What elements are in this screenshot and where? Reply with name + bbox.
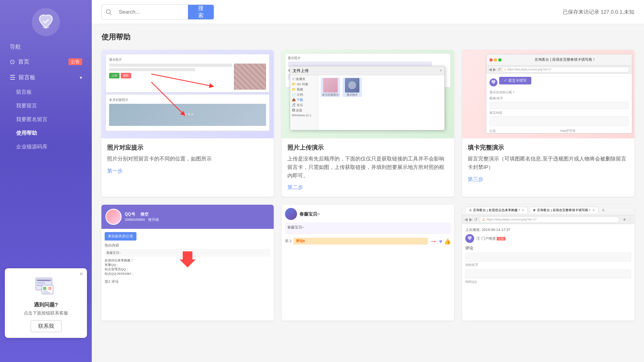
chevron-down-icon: ▾ <box>80 75 82 80</box>
browser-tab-2-label: 京淘客台 | 应填在完整奉填卡填写画！ <box>537 208 591 212</box>
file-item: 本月封面照片 <box>321 78 340 97</box>
header-status: 已保存来访记录 127.0.0.1,未知 <box>563 8 634 16</box>
review-qq-field <box>465 269 631 278</box>
review-name-field <box>465 253 631 261</box>
card3-image: 京淘客台 | 应填在完整奉填卡填写画！ ◀ ▶ ↺ ⚠ https://bbq.… <box>462 50 634 138</box>
browser-tab-1: ⚠ 京淘客台 | 欢迎您点击来享购服！ × <box>465 207 528 213</box>
sidebar-item-home[interactable]: ⊙ 首页 公告 <box>0 54 92 70</box>
notification-close-button[interactable]: × <box>80 271 83 277</box>
notification-icon <box>34 274 58 298</box>
svg-rect-7 <box>43 292 50 293</box>
help-card-photo-tips: 显示照片 上传 删除 <box>101 50 274 197</box>
card3-step: 第三步 <box>468 176 629 183</box>
sidebar-subitem-guestboard[interactable]: 留言板 <box>0 85 92 99</box>
bottom-card1-body <box>101 293 274 321</box>
card2-title: 照片上传演示 <box>287 144 448 152</box>
profile-mock: QQ号 推空 2086545860 推升级 来自贴长的公告 告白内容 春藤宝贝~ <box>101 205 274 293</box>
notification-desc: 点击下面按钮联系客服 <box>10 310 81 316</box>
sidebar-notification: × 遇到问题? 点击下面按钮联系客服 联系我 <box>5 268 87 338</box>
sidebar-subitem-enterprise[interactable]: 企业猫源码库 <box>0 140 92 154</box>
svg-rect-6 <box>43 291 48 292</box>
browser-url-bar: ⚠ https://bbq.fatda.cn/cont.php?id=17 <box>479 216 619 223</box>
browser-nav-bar: ◀ ▶ ↺ ⚠ https://bbq.fatda.cn/cont.php?id… <box>462 215 634 224</box>
header: 搜索 已保存来访记录 127.0.0.1,未知 <box>92 0 644 24</box>
bottom-card2-body <box>282 293 454 321</box>
card3-body-text: 填卡完整演示 留言完整演示（可填图匿名信息,至于违规图片或人物将会被删除留言卡封… <box>462 138 634 189</box>
browser-tab-2: ⊕ 京淘客台 | 应填在完整奉填卡填写画！ × <box>529 207 598 213</box>
bottom-card3-body <box>462 293 634 321</box>
profile-info: QQ号 推空 2086545860 推升级 <box>125 212 159 222</box>
profile-avatar <box>105 209 122 225</box>
sidebar-subitem-help[interactable]: 使用帮助 <box>0 126 92 140</box>
browser-tab-1-label: 京淘客台 | 欢迎您点击来享购服！ <box>473 208 521 212</box>
help-card-photo-upload: 显示照片 本月封面照片 文件上传 × <box>282 50 454 197</box>
list-icon: ☰ <box>10 74 15 81</box>
sidebar-item-guestbook-label: 留言板 <box>19 74 35 81</box>
file-browser-title: 文件上传 × <box>290 66 444 75</box>
browser-mock-3: ⚠ 京淘客台 | 欢迎您点击来享购服！ × ⊕ 京淘客台 | 应填在完整奉填卡填… <box>462 205 634 293</box>
sidebar-subitem-my-guestbook[interactable]: 我要留言 <box>0 99 92 113</box>
svg-rect-8 <box>48 287 52 290</box>
svg-line-10 <box>110 13 111 14</box>
file-browser-mock: 文件上传 × ☆ 收藏夹 📁 3D 对象 📁 视频 📄 文档 📥 下载 <box>290 66 445 130</box>
bottom-card2-image: 春藤宝贝~ 春藤宝贝~ 第 2 评论0 → ♥ 👍 <box>282 205 454 293</box>
card3-header: 京淘客台 | 应填在完整奉填卡填写画！ <box>486 54 632 66</box>
sidebar-logo <box>32 8 60 36</box>
browser-tabs-bar: ⚠ 京淘客台 | 欢迎您点击来享购服！ × ⊕ 京淘客台 | 应填在完整奉填卡填… <box>462 205 634 215</box>
sidebar-item-guestbook[interactable]: ☰ 留言板 ▾ <box>0 70 92 85</box>
heart-icon: ♥ <box>439 238 442 245</box>
card1-desc: 照片分别对照留言卡的不同的位置，如图所示 <box>107 155 268 163</box>
svg-rect-5 <box>43 287 46 290</box>
card1-image: 显示照片 上传 删除 <box>101 50 274 138</box>
add-tab-icon[interactable]: + <box>600 207 607 213</box>
comment-title: 春藤宝贝~ <box>299 211 320 217</box>
card2-body: 照片上传演示 上传是没有先后顺序的，下面的仅仅只是获取链接的工具并不会影响留言卡… <box>282 138 454 197</box>
sidebar-item-home-label: 首页 <box>18 58 29 66</box>
file-item: 显示照片 <box>343 78 362 97</box>
main-content: 搜索 已保存来访记录 127.0.0.1,未知 使用帮助 显示照片 <box>92 0 644 362</box>
sidebar: 导航 ⊙ 首页 公告 ☰ 留言板 ▾ 留言板 我要留言 我要匿名留言 使用帮助 … <box>0 0 92 362</box>
search-button[interactable]: 搜索 <box>188 5 214 19</box>
comment-mock: 春藤宝贝~ 春藤宝贝~ 第 2 评论0 → ♥ 👍 <box>282 205 454 293</box>
profile-top: QQ号 推空 2086545860 推升级 <box>101 205 274 229</box>
search-input[interactable] <box>116 5 188 19</box>
browser-content: 上次修改: 2019-06-14 17:37 ① 门户维度 公告 <box>462 224 634 290</box>
arrow-right-icon: → <box>429 237 438 246</box>
card3-body: ✓ 提交卡填写 显示出你的心呢？ 昵称/名字 留言内容 公告 <box>486 74 632 134</box>
home-badge: 公告 <box>68 58 82 65</box>
comment-row: 第 2 评论0 → ♥ 👍 <box>285 237 451 246</box>
card3-submit-btn: ✓ 提交卡填写 <box>499 77 531 84</box>
search-box: 搜索 <box>101 4 214 20</box>
comment-number: 第 2 <box>285 239 292 244</box>
card1-title: 照片对应提示 <box>107 144 268 152</box>
sidebar-subitem-anonymous[interactable]: 我要匿名留言 <box>0 113 92 126</box>
help-card-fill-complete: 京淘客台 | 应填在完整奉填卡填写画！ ◀ ▶ ↺ ⚠ https://bbq.… <box>462 50 634 197</box>
card3-title: 填卡完整演示 <box>468 144 629 152</box>
comment-header: 春藤宝贝~ <box>285 208 451 220</box>
home-icon: ⊙ <box>10 58 15 66</box>
sidebar-submenu-guestbook: 留言板 我要留言 我要匿名留言 使用帮助 企业猫源码库 <box>0 85 92 154</box>
card3-desc: 留言完整演示（可填图匿名信息,至于违规图片或人物将会被删除留言卡封禁IP） <box>468 155 629 172</box>
notification-title: 遇到问题? <box>10 301 81 309</box>
file-browser-main: 本月封面照片 显示照片 <box>318 75 364 130</box>
card2-image: 显示照片 本月封面照片 文件上传 × <box>282 50 454 138</box>
contact-button[interactable]: 联系我 <box>31 320 62 332</box>
help-card-bottom-1: QQ号 推空 2086545860 推升级 来自贴长的公告 告白内容 春藤宝贝~ <box>101 205 274 321</box>
review-section: 评论 你的名字 你的QQ <box>465 245 631 284</box>
card1-step: 第一步 <box>107 167 268 175</box>
profile-body: 来自贴长的公告 告白内容 春藤宝贝~ 欢迎你位来享购服！ 有量QQ： 站点管理员… <box>101 229 274 293</box>
nav-label: 导航 <box>0 43 21 51</box>
thumb-icon: 👍 <box>444 238 451 245</box>
bottom-card1-image: QQ号 推空 2086545860 推升级 来自贴长的公告 告白内容 春藤宝贝~ <box>101 205 274 293</box>
comment-avatar <box>285 208 297 220</box>
card2-desc: 上传是没有先后顺序的，下面的仅仅只是获取链接的工具并不会影响留言卡，只需如图，上… <box>287 155 448 180</box>
page-title: 使用帮助 <box>101 32 634 42</box>
svg-rect-2 <box>37 282 45 284</box>
content-area: 使用帮助 显示照片 上传 <box>92 24 644 362</box>
help-card-bottom-3: ⚠ 京淘客台 | 欢迎您点击来享购服！ × ⊕ 京淘客台 | 应填在完整奉填卡填… <box>462 205 634 321</box>
bottom-card3-image: ⚠ 京淘客台 | 欢迎您点击来享购服！ × ⊕ 京淘客台 | 应填在完整奉填卡填… <box>462 205 634 293</box>
help-card-bottom-2: 春藤宝贝~ 春藤宝贝~ 第 2 评论0 → ♥ 👍 <box>282 205 454 321</box>
card3-mock: 京淘客台 | 应填在完整奉填卡填写画！ ◀ ▶ ↺ ⚠ https://bbq.… <box>486 54 632 134</box>
svg-rect-1 <box>37 280 51 281</box>
card1-body: 照片对应提示 照片分别对照留言卡的不同的位置，如图所示 第一步 <box>101 138 274 180</box>
